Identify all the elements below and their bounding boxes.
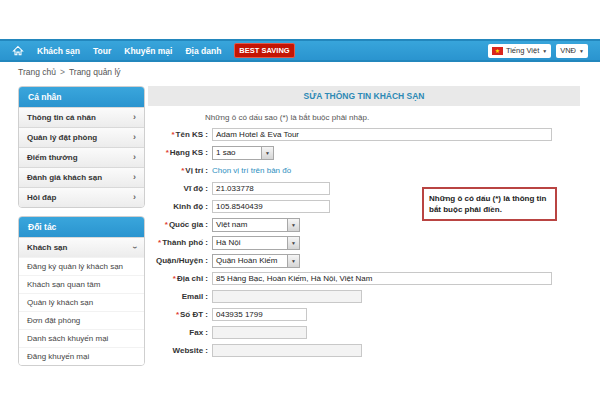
currency-select[interactable]: VNĐ ▼ xyxy=(556,44,588,58)
dropdown-arrow-icon: ▼ xyxy=(261,147,273,159)
required-star: * xyxy=(181,166,184,175)
form-row-quan-huyen: Quận/Huyện : Quận Hoàn Kiếm ▼ xyxy=(148,254,580,267)
currency-label: VNĐ xyxy=(560,46,576,55)
sidebar-item-diem-thuong[interactable]: Điểm thưởng › xyxy=(19,147,144,167)
nav-dia-danh[interactable]: Địa danh xyxy=(185,46,221,56)
vi-do-input[interactable] xyxy=(212,182,330,195)
form-row-dia-chi: *Địa chỉ : xyxy=(148,272,580,285)
sidebar-item-label: Điểm thưởng xyxy=(27,153,78,162)
sidebar-subitem-dang-ky-quan-ly[interactable]: Đăng ký quản lý khách sạn xyxy=(19,257,144,275)
sidebar-item-quan-ly-dat-phong[interactable]: Quản lý đặt phòng › xyxy=(19,127,144,147)
form-row-website: Website : xyxy=(148,344,580,357)
field-label: *Quốc gia : xyxy=(148,220,212,229)
choose-map-location-link[interactable]: Chọn vị trí trên bản đồ xyxy=(212,166,291,175)
website-input[interactable] xyxy=(212,344,362,357)
nav-tour[interactable]: Tour xyxy=(93,46,111,56)
hotel-edit-form: *Tên KS : *Hạng KS : 1 sao ▼ *Vị trí : C… xyxy=(148,128,580,357)
field-label: Website : xyxy=(148,346,212,355)
form-row-fax: Fax : xyxy=(148,326,580,339)
sidebar-subitem-dang-khuyen-mai[interactable]: Đăng khuyến mại xyxy=(19,347,144,365)
form-row-vi-tri: *Vị trí : Chọn vị trí trên bản đồ xyxy=(148,164,580,177)
form-row-so-dt: *Số ĐT : xyxy=(148,308,580,321)
form-row-hang-ks: *Hạng KS : 1 sao ▼ xyxy=(148,146,580,159)
best-saving-badge[interactable]: BEST SAVING xyxy=(234,43,294,58)
dropdown-arrow-icon: ▼ xyxy=(287,219,299,231)
breadcrumb-current: Trang quản lý xyxy=(69,67,121,77)
hang-ks-select[interactable]: 1 sao ▼ xyxy=(212,146,274,160)
home-icon[interactable] xyxy=(12,45,24,57)
so-dt-input[interactable] xyxy=(212,308,307,321)
field-label: *Vị trí : xyxy=(148,166,212,175)
required-star: * xyxy=(173,274,176,283)
field-label: Vĩ độ : xyxy=(148,184,212,193)
chevron-right-icon: › xyxy=(133,153,136,162)
select-value: Quận Hoàn Kiếm xyxy=(213,256,280,265)
chevron-right-icon: › xyxy=(133,193,136,202)
quoc-gia-select[interactable]: Việt nam ▼ xyxy=(212,218,300,232)
dia-chi-input[interactable] xyxy=(212,272,552,285)
nav-khach-san[interactable]: Khách sạn xyxy=(37,46,80,56)
sidebar-item-danh-gia-khach-san[interactable]: Đánh giá khách sạn › xyxy=(19,167,144,187)
sidebar-subitem-quan-ly-khach-san[interactable]: Quản lý khách sạn xyxy=(19,293,144,311)
email-input[interactable] xyxy=(212,290,362,303)
sidebar-item-label: Quản lý đặt phòng xyxy=(27,133,97,142)
sidebar-section-ca-nhan: Cá nhân Thông tin cá nhân › Quản lý đặt … xyxy=(18,86,145,208)
top-navbar: Khách sạn Tour Khuyến mại Địa danh BEST … xyxy=(0,39,600,62)
field-label: Email : xyxy=(148,292,212,301)
chevron-right-icon: › xyxy=(133,133,136,142)
field-label: *Thành phố : xyxy=(148,238,212,247)
field-label: *Số ĐT : xyxy=(148,310,212,319)
chevron-right-icon: › xyxy=(133,113,136,122)
required-fields-callout: Những ô có dấu (*) là thông tin bắt buộc… xyxy=(422,187,557,221)
form-row-thanh-pho: *Thành phố : Hà Nội ▼ xyxy=(148,236,580,249)
sidebar-header-ca-nhan: Cá nhân xyxy=(19,87,144,107)
sidebar-item-label: Hỏi đáp xyxy=(27,193,56,202)
required-star: * xyxy=(158,238,161,247)
chevron-down-icon: ▼ xyxy=(542,48,547,54)
select-value: 1 sao xyxy=(213,148,239,157)
sidebar-item-thong-tin-ca-nhan[interactable]: Thông tin cá nhân › xyxy=(19,107,144,127)
sidebar-item-khach-san[interactable]: Khách sạn › xyxy=(19,237,144,257)
sidebar-section-doi-tac: Đối tác Khách sạn › Đăng ký quản lý khác… xyxy=(18,216,145,366)
field-label: *Hạng KS : xyxy=(148,148,212,157)
chevron-down-icon: › xyxy=(130,246,139,249)
language-select[interactable]: ★ Tiếng Việt ▼ xyxy=(488,44,551,58)
page-title: SỬA THÔNG TIN KHÁCH SẠN xyxy=(148,86,580,106)
vietnam-flag-icon: ★ xyxy=(492,47,503,55)
sidebar-subitem-danh-sach-khuyen-mai[interactable]: Danh sách khuyến mại xyxy=(19,329,144,347)
dropdown-arrow-icon: ▼ xyxy=(287,255,299,267)
navbar-right: ★ Tiếng Việt ▼ VNĐ ▼ xyxy=(488,44,588,58)
quan-huyen-select[interactable]: Quận Hoàn Kiếm ▼ xyxy=(212,254,300,268)
sidebar-subitem-khach-san-quan-tam[interactable]: Khách sạn quan tâm xyxy=(19,275,144,293)
sidebar: Cá nhân Thông tin cá nhân › Quản lý đặt … xyxy=(18,86,145,374)
sidebar-item-label: Đánh giá khách sạn xyxy=(27,173,102,182)
select-value: Việt nam xyxy=(213,220,250,229)
chevron-down-icon: ▼ xyxy=(579,48,584,54)
field-label: *Tên KS : xyxy=(148,130,212,139)
required-star: * xyxy=(165,220,168,229)
required-star: * xyxy=(176,310,179,319)
dropdown-arrow-icon: ▼ xyxy=(287,237,299,249)
page: Khách sạn Tour Khuyến mại Địa danh BEST … xyxy=(0,0,600,400)
sidebar-item-label: Thông tin cá nhân xyxy=(27,113,96,122)
language-label: Tiếng Việt xyxy=(506,46,539,55)
fax-input[interactable] xyxy=(212,326,307,339)
field-label: *Địa chỉ : xyxy=(148,274,212,283)
sidebar-item-label: Khách sạn xyxy=(27,243,67,252)
ten-ks-input[interactable] xyxy=(212,128,552,141)
required-star: * xyxy=(171,130,174,139)
nav-khuyen-mai[interactable]: Khuyến mại xyxy=(124,46,172,56)
kinh-do-input[interactable] xyxy=(212,200,330,213)
sidebar-item-hoi-dap[interactable]: Hỏi đáp › xyxy=(19,187,144,207)
select-value: Hà Nội xyxy=(213,238,243,247)
form-row-email: Email : xyxy=(148,290,580,303)
required-star: * xyxy=(166,148,169,157)
chevron-right-icon: › xyxy=(133,173,136,182)
form-row-ten-ks: *Tên KS : xyxy=(148,128,580,141)
sidebar-header-doi-tac: Đối tác xyxy=(19,217,144,237)
sidebar-subitem-don-dat-phong[interactable]: Đơn đặt phòng xyxy=(19,311,144,329)
field-label: Fax : xyxy=(148,328,212,337)
breadcrumb-home-link[interactable]: Trang chủ xyxy=(18,67,56,77)
thanh-pho-select[interactable]: Hà Nội ▼ xyxy=(212,236,300,250)
main-panel: SỬA THÔNG TIN KHÁCH SẠN Những ô có dấu s… xyxy=(148,86,580,362)
